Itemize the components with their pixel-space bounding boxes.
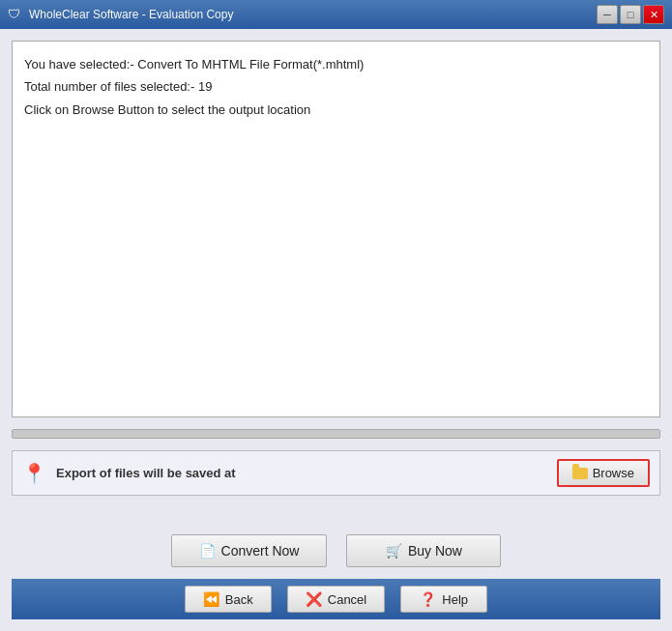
- info-line-3: Click on Browse Button to select the out…: [24, 99, 648, 121]
- cancel-icon: ❌: [306, 591, 322, 607]
- title-bar: 🛡 WholeClear Software - Evaluation Copy …: [0, 0, 672, 29]
- cart-icon: 🛒: [386, 543, 402, 559]
- back-icon: ⏪: [203, 591, 219, 607]
- export-row: 📍 Export of files will be saved at Brows…: [12, 450, 660, 496]
- window-title: WholeClear Software - Evaluation Copy: [29, 8, 597, 21]
- spacer: [12, 503, 660, 523]
- convert-now-button[interactable]: 📄 Convert Now: [171, 534, 328, 567]
- browse-button[interactable]: Browse: [557, 459, 650, 487]
- convert-icon: 📄: [199, 543, 216, 559]
- progress-bar-track: [12, 429, 660, 439]
- convert-now-label: Convert Now: [221, 543, 300, 559]
- cancel-label: Cancel: [328, 592, 366, 607]
- back-button[interactable]: ⏪ Back: [185, 586, 272, 613]
- buy-now-button[interactable]: 🛒 Buy Now: [346, 534, 501, 567]
- footer-bar: ⏪ Back ❌ Cancel ❓ Help: [12, 579, 660, 619]
- cancel-button[interactable]: ❌ Cancel: [287, 586, 385, 613]
- progress-section: [12, 429, 660, 439]
- info-text-area: You have selected:- Convert To MHTML Fil…: [12, 41, 660, 417]
- window-controls: ─ □ ✕: [597, 5, 664, 24]
- pin-icon: 📍: [22, 462, 46, 485]
- help-label: Help: [442, 592, 468, 607]
- app-icon: 🛡: [8, 7, 23, 22]
- maximize-button[interactable]: □: [620, 5, 641, 24]
- minimize-button[interactable]: ─: [597, 5, 618, 24]
- export-label: Export of files will be saved at: [56, 466, 547, 480]
- bottom-buttons: 📄 Convert Now 🛒 Buy Now: [12, 534, 660, 567]
- help-icon: ❓: [420, 591, 436, 607]
- window-body: You have selected:- Convert To MHTML Fil…: [0, 29, 672, 631]
- info-line-1: You have selected:- Convert To MHTML Fil…: [24, 53, 648, 75]
- back-label: Back: [225, 592, 253, 607]
- browse-label: Browse: [593, 466, 634, 480]
- buy-now-label: Buy Now: [408, 543, 462, 559]
- help-button[interactable]: ❓ Help: [400, 586, 487, 613]
- folder-icon: [572, 468, 588, 479]
- close-button[interactable]: ✕: [643, 5, 664, 24]
- info-line-2: Total number of files selected:- 19: [24, 75, 648, 98]
